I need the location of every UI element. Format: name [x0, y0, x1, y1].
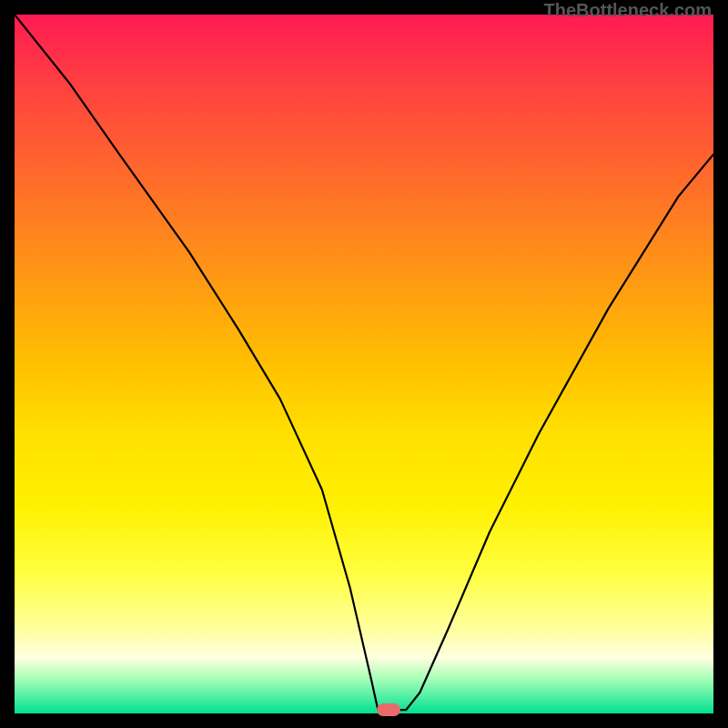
chart-container: TheBottleneck.com — [0, 0, 728, 728]
plot-area — [15, 15, 713, 713]
curve-line — [15, 15, 713, 710]
optimal-point-marker — [377, 703, 400, 716]
watermark-text: TheBottleneck.com — [544, 0, 712, 21]
curve-svg — [15, 15, 713, 713]
